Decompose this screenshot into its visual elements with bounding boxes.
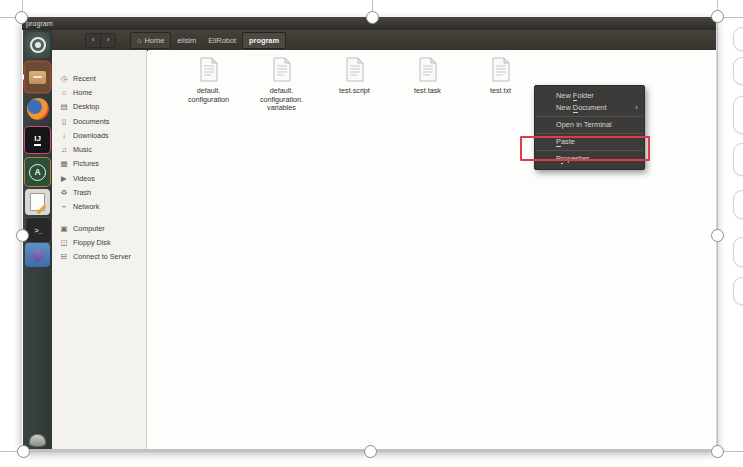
nav-buttons: ‹ › [85, 33, 116, 48]
side-tool-button[interactable] [733, 277, 743, 305]
file-label: test.txt [490, 87, 511, 96]
document-icon [418, 57, 438, 82]
sidebar-section: ◷Recent⌂Home▤Desktop▯Documents↓Downloads… [52, 71, 146, 214]
music-icon: ♫ [59, 145, 69, 154]
breadcrumb-program[interactable]: program [242, 32, 286, 49]
file-default-configuration[interactable]: default.configuration [172, 57, 245, 113]
submenu-arrow-icon: › [635, 102, 638, 114]
side-tool-button[interactable] [733, 27, 743, 51]
highlight-rectangle [520, 136, 650, 161]
sidebar-item-label: Desktop [73, 102, 99, 111]
sidebar-item-documents[interactable]: ▯Documents [52, 114, 146, 128]
sidebar-item-label: Videos [73, 174, 95, 183]
side-tool-button[interactable] [733, 96, 743, 134]
document-icon [272, 57, 292, 82]
file-test-script[interactable]: test.script [318, 57, 391, 113]
file-label: test.task [414, 87, 441, 96]
sidebar-item-home[interactable]: ⌂Home [52, 85, 146, 99]
sidebar-item-recent[interactable]: ◷Recent [52, 71, 146, 85]
sidebar-item-label: Floppy Disk [73, 238, 111, 247]
breadcrumb-elirobot[interactable]: EliRobot [202, 33, 242, 48]
selection-handle-middle-left[interactable] [16, 229, 29, 242]
sidebar-item-pictures[interactable]: ▦Pictures [52, 157, 146, 171]
sidebar-item-network[interactable]: ⌁Network [52, 200, 146, 214]
sidebar-item-label: Documents [73, 117, 109, 126]
sidebar-item-computer[interactable]: ▣Computer [52, 221, 146, 235]
trash-icon: ♻ [59, 188, 69, 197]
sidebar-item-trash[interactable]: ♻Trash [52, 185, 146, 199]
selection-handle-top-right[interactable] [711, 10, 724, 23]
launcher-files-icon[interactable] [25, 62, 50, 92]
nautilus-toolbar: ‹ › ⌂HomeelisimEliRobotprogram [52, 30, 716, 51]
menu-separator [536, 133, 643, 134]
sidebar-item-downloads[interactable]: ↓Downloads [52, 128, 146, 142]
sidebar-item-label: Pictures [73, 159, 99, 168]
selection-handle-bottom-center[interactable] [364, 445, 377, 458]
places-sidebar: ◷Recent⌂Home▤Desktop▯Documents↓Downloads… [52, 50, 147, 449]
sidebar-item-label: Downloads [73, 131, 109, 140]
document-icon [345, 57, 365, 82]
selection-guide-line [717, 0, 718, 451]
computer-icon: ▣ [59, 224, 69, 233]
selection-handle-top-left[interactable] [15, 11, 28, 24]
breadcrumb-home[interactable]: ⌂Home [130, 32, 171, 49]
sidebar-item-music[interactable]: ♫Music [52, 142, 146, 156]
menu-item-new-document[interactable]: New Document› [535, 102, 644, 114]
back-button[interactable]: ‹ [86, 34, 100, 47]
desktop-icon: ▤ [59, 102, 69, 111]
launcher-trash-icon[interactable] [27, 433, 48, 447]
selection-handle-bottom-left[interactable] [17, 445, 30, 458]
file-label: default.configuration [188, 87, 229, 104]
documents-icon: ▯ [59, 117, 69, 126]
side-tool-button[interactable] [733, 237, 743, 267]
sidebar-item-floppy-disk[interactable]: ◫Floppy Disk [52, 235, 146, 249]
connect-to-server-icon: ⊟ [59, 252, 69, 261]
menu-separator [536, 116, 643, 117]
videos-icon: ▶ [59, 174, 69, 183]
selection-handle-top-center[interactable] [366, 11, 379, 24]
side-tool-button[interactable] [733, 143, 743, 176]
sidebar-section: ▣Computer◫Floppy Disk⊟Connect to Server [52, 221, 146, 264]
sidebar-item-label: Computer [73, 224, 105, 233]
desktop-screenshot: program IJA>_ ‹ › ⌂HomeelisimEliRobotpro… [22, 17, 716, 449]
sidebar-item-label: Home [73, 88, 92, 97]
document-icon [491, 57, 511, 82]
side-tool-button[interactable] [733, 190, 743, 219]
selection-handle-bottom-right[interactable] [711, 445, 724, 458]
breadcrumb-elisim[interactable]: elisim [171, 33, 202, 48]
selection-handle-middle-right[interactable] [711, 229, 724, 242]
recent-icon: ◷ [59, 74, 69, 83]
file-test-task[interactable]: test.task [391, 57, 464, 113]
launcher-intellij-icon[interactable]: IJ [25, 127, 50, 153]
launcher-firefox-icon[interactable] [25, 96, 50, 122]
forward-button[interactable]: › [100, 34, 115, 47]
sidebar-item-videos[interactable]: ▶Videos [52, 171, 146, 185]
sidebar-item-label: Music [73, 145, 92, 154]
document-icon [199, 57, 219, 82]
breadcrumb: ⌂HomeelisimEliRobotprogram [130, 33, 286, 48]
file-label: default.configuration.variables [260, 87, 303, 113]
sidebar-item-label: Connect to Server [73, 252, 131, 261]
launcher-a-app-icon[interactable]: A [25, 158, 50, 186]
launcher-terminal-icon[interactable]: >_ [25, 217, 52, 243]
file-default-configuration-variables[interactable]: default.configuration.variables [245, 57, 318, 113]
side-tool-button[interactable] [733, 57, 743, 85]
floppy-disk-icon: ◫ [59, 238, 69, 247]
launcher-gedit-icon[interactable] [25, 189, 50, 215]
selection-guide-line [723, 17, 743, 18]
sidebar-item-connect-to-server[interactable]: ⊟Connect to Server [52, 250, 146, 264]
menu-item-new-folder[interactable]: New Folder [535, 90, 644, 102]
file-label: test.script [339, 87, 370, 96]
editor-canvas: program IJA>_ ‹ › ⌂HomeelisimEliRobotpro… [0, 0, 743, 467]
file-test-txt[interactable]: test.txt [464, 57, 537, 113]
menu-item-open-in-terminal[interactable]: Open in Terminal [535, 119, 644, 131]
sidebar-item-desktop[interactable]: ▤Desktop [52, 100, 146, 114]
sidebar-item-label: Recent [73, 74, 96, 83]
pictures-icon: ▦ [59, 159, 69, 168]
selection-guide-line [0, 17, 16, 18]
launcher-ubuntu-dash-icon[interactable] [25, 32, 50, 58]
launcher-unity-cube-icon[interactable] [25, 243, 50, 267]
sidebar-item-label: Network [73, 202, 99, 211]
sidebar-item-label: Trash [73, 188, 91, 197]
network-icon: ⌁ [59, 202, 69, 211]
